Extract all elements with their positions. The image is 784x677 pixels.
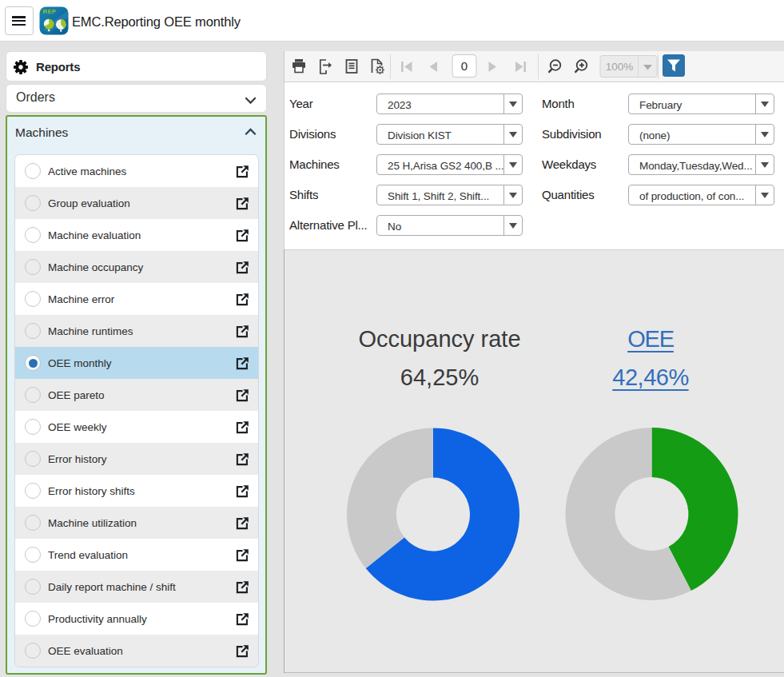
svg-text:100%: 100% — [606, 61, 634, 73]
svg-text:0: 0 — [461, 59, 468, 73]
svg-text:REP: REP — [43, 8, 57, 15]
